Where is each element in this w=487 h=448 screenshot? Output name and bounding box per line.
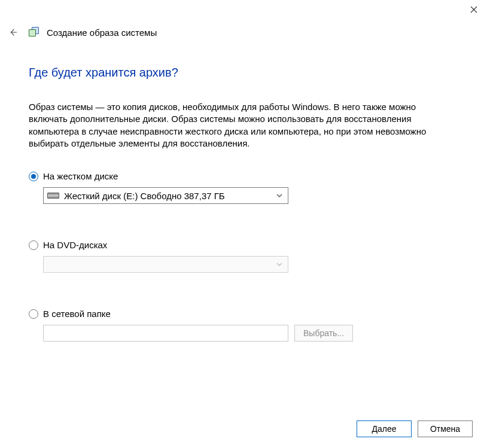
radio-label-hdd: На жестком диске — [43, 171, 118, 181]
radio-label-dvd: На DVD-дисках — [43, 240, 107, 250]
chevron-down-icon — [275, 193, 284, 199]
header: Создание образа системы — [6, 25, 157, 39]
hdd-dropdown[interactable]: Жесткий диск (E:) Свободно 387,37 ГБ — [43, 187, 288, 204]
radio-row-network[interactable]: В сетевой папке — [29, 309, 458, 319]
radio-row-hdd[interactable]: На жестком диске — [29, 171, 458, 181]
close-button[interactable] — [468, 4, 480, 16]
radio-dvd[interactable] — [29, 240, 38, 250]
arrow-left-icon — [8, 27, 19, 38]
close-icon — [470, 6, 477, 13]
radio-label-network: В сетевой папке — [43, 309, 111, 319]
content-area: Где будет хранится архив? Образ системы … — [29, 66, 458, 377]
option-dvd: На DVD-дисках — [29, 240, 458, 273]
network-path-input — [43, 325, 288, 342]
footer: Далее Отмена — [357, 420, 473, 437]
radio-network[interactable] — [29, 309, 38, 319]
next-button[interactable]: Далее — [357, 420, 412, 437]
page-heading: Где будет хранится архив? — [29, 66, 458, 80]
hdd-dropdown-text: Жесткий диск (E:) Свободно 387,37 ГБ — [64, 191, 275, 201]
network-path-row: Выбрать... — [43, 325, 458, 342]
hard-disk-icon — [47, 193, 59, 199]
cancel-button[interactable]: Отмена — [418, 420, 473, 437]
radio-row-dvd[interactable]: На DVD-дисках — [29, 240, 458, 250]
chevron-down-icon — [275, 261, 284, 267]
dvd-dropdown — [43, 256, 288, 273]
window-title: Создание образа системы — [47, 28, 157, 38]
system-image-icon — [29, 27, 39, 38]
browse-button: Выбрать... — [294, 325, 353, 342]
radio-hdd[interactable] — [29, 172, 38, 181]
page-description: Образ системы — это копия дисков, необхо… — [29, 101, 448, 150]
option-hdd: На жестком диске Жесткий диск (E:) Свобо… — [29, 171, 458, 204]
option-network: В сетевой папке Выбрать... — [29, 309, 458, 342]
back-button[interactable] — [6, 25, 20, 39]
